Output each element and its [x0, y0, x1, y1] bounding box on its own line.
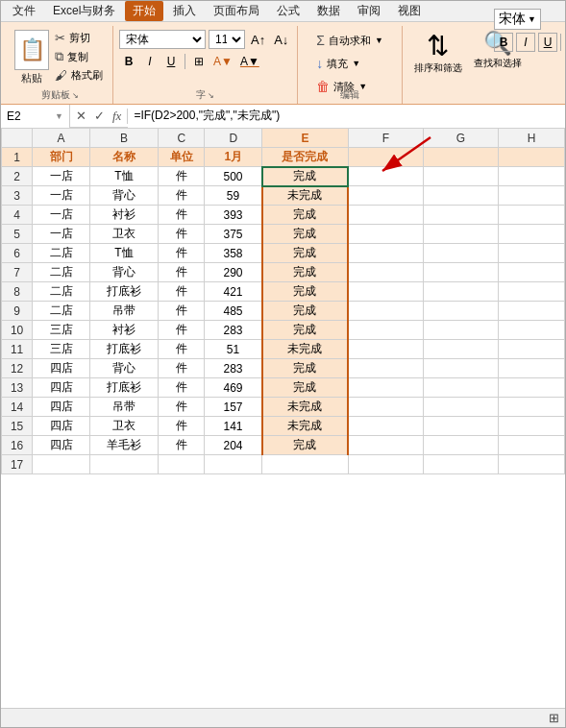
cell-13-A[interactable]: 四店	[33, 378, 90, 398]
cut-button[interactable]: ✂ 剪切	[53, 30, 105, 46]
fill-dropdown[interactable]: ▼	[352, 59, 360, 68]
menu-item-页面布局[interactable]: 页面布局	[206, 1, 267, 21]
cell-10-D[interactable]: 283	[205, 321, 262, 340]
font-color-button[interactable]: A▼	[237, 52, 262, 71]
cell-2-G[interactable]	[423, 167, 498, 186]
cell-9-G[interactable]	[423, 302, 498, 321]
cell-12-F[interactable]	[348, 359, 423, 378]
cell-16-B[interactable]: 羊毛衫	[89, 436, 158, 455]
bold-button[interactable]: B	[119, 52, 138, 71]
expand-icon[interactable]: ↘	[72, 91, 79, 100]
cell-5-H[interactable]	[498, 225, 564, 244]
cell-4-G[interactable]	[423, 206, 498, 225]
cell-9-F[interactable]	[348, 302, 423, 321]
cell-13-H[interactable]	[498, 378, 564, 398]
cell-9-E[interactable]: 完成	[262, 302, 349, 321]
menu-item-文件[interactable]: 文件	[5, 1, 43, 21]
bold-btn2[interactable]: B	[494, 33, 513, 52]
cell-3-A[interactable]: 一店	[33, 186, 90, 206]
cell-3-D[interactable]: 59	[205, 186, 262, 206]
cell-13-G[interactable]	[423, 378, 498, 398]
cell-5-G[interactable]	[423, 225, 498, 244]
cell-2-E[interactable]: 完成	[262, 167, 349, 186]
cell-7-D[interactable]: 290	[205, 263, 262, 282]
confirm-formula-icon[interactable]: ✓	[92, 109, 107, 123]
cell-7-F[interactable]	[348, 263, 423, 282]
cell-2-F[interactable]	[348, 167, 423, 186]
cell-12-D[interactable]: 283	[205, 359, 262, 378]
cell-reference-box[interactable]: E2 ▼	[1, 105, 70, 128]
menu-item-视图[interactable]: 视图	[390, 1, 429, 21]
cell-11-D[interactable]: 51	[205, 340, 262, 359]
cell-3-C[interactable]: 件	[159, 186, 205, 206]
cell-15-B[interactable]: 卫衣	[89, 417, 158, 436]
cell-7-A[interactable]: 二店	[33, 263, 90, 282]
cell-6-A[interactable]: 二店	[33, 244, 90, 263]
cell-3-F[interactable]	[348, 186, 423, 206]
cell-10-G[interactable]	[423, 321, 498, 340]
cell-9-B[interactable]: 吊带	[89, 302, 158, 321]
paste-button[interactable]: 📋 粘贴	[14, 30, 49, 85]
cell-8-F[interactable]	[348, 282, 423, 302]
cell-9-A[interactable]: 二店	[33, 302, 90, 321]
cell-8-D[interactable]: 421	[205, 282, 262, 302]
cell-15-G[interactable]	[423, 417, 498, 436]
cell-12-B[interactable]: 背心	[89, 359, 158, 378]
cell-16-D[interactable]: 204	[205, 436, 262, 455]
font-name-select[interactable]: 宋体	[119, 30, 206, 49]
cell-1-C[interactable]: 单位	[159, 148, 205, 167]
cell-1-B[interactable]: 名称	[89, 148, 158, 167]
cell-5-A[interactable]: 一店	[33, 225, 90, 244]
cell-4-B[interactable]: 衬衫	[89, 206, 158, 225]
cell-6-C[interactable]: 件	[159, 244, 205, 263]
cell-10-E[interactable]: 完成	[262, 321, 349, 340]
cell-14-B[interactable]: 吊带	[89, 398, 158, 417]
cell-6-G[interactable]	[423, 244, 498, 263]
cell-10-F[interactable]	[348, 321, 423, 340]
cell-17-G[interactable]	[423, 455, 498, 474]
cell-3-H[interactable]	[498, 186, 564, 206]
cell-8-E[interactable]: 完成	[262, 282, 349, 302]
cell-15-C[interactable]: 件	[159, 417, 205, 436]
cell-2-H[interactable]	[498, 167, 564, 186]
cell-1-E[interactable]: 是否完成	[262, 148, 349, 167]
cell-1-D[interactable]: 1月	[205, 148, 262, 167]
cell-16-G[interactable]	[423, 436, 498, 455]
cell-13-F[interactable]	[348, 378, 423, 398]
cell-4-C[interactable]: 件	[159, 206, 205, 225]
cell-3-E[interactable]: 未完成	[262, 186, 349, 206]
cell-9-D[interactable]: 485	[205, 302, 262, 321]
cell-15-H[interactable]	[498, 417, 564, 436]
cell-14-E[interactable]: 未完成	[262, 398, 349, 417]
cell-14-A[interactable]: 四店	[33, 398, 90, 417]
cell-14-D[interactable]: 157	[205, 398, 262, 417]
cell-6-D[interactable]: 358	[205, 244, 262, 263]
copy-button[interactable]: ⧉ 复制	[53, 48, 105, 65]
autosum-dropdown[interactable]: ▼	[375, 36, 383, 45]
font-expand-icon[interactable]: ↘	[208, 91, 214, 100]
cell-11-G[interactable]	[423, 340, 498, 359]
cell-17-D[interactable]	[205, 455, 262, 474]
increase-font-button[interactable]: A↑	[248, 30, 268, 49]
cell-13-D[interactable]: 469	[205, 378, 262, 398]
cell-4-F[interactable]	[348, 206, 423, 225]
italic-btn2[interactable]: I	[516, 33, 535, 52]
cell-1-A[interactable]: 部门	[33, 148, 90, 167]
cell-11-A[interactable]: 三店	[33, 340, 90, 359]
cell-10-H[interactable]	[498, 321, 564, 340]
cell-6-H[interactable]	[498, 244, 564, 263]
cell-13-E[interactable]: 完成	[262, 378, 349, 398]
cell-11-C[interactable]: 件	[159, 340, 205, 359]
cell-15-F[interactable]	[348, 417, 423, 436]
cell-11-B[interactable]: 打底衫	[89, 340, 158, 359]
cell-12-C[interactable]: 件	[159, 359, 205, 378]
cell-2-D[interactable]: 500	[205, 167, 262, 186]
menu-item-Excel与财务[interactable]: Excel与财务	[45, 1, 123, 21]
cell-13-C[interactable]: 件	[159, 378, 205, 398]
cell-3-G[interactable]	[423, 186, 498, 206]
cell-7-H[interactable]	[498, 263, 564, 282]
formula-input[interactable]	[128, 105, 565, 128]
italic-button[interactable]: I	[140, 52, 160, 71]
cell-17-F[interactable]	[348, 455, 423, 474]
decrease-font-button[interactable]: A↓	[271, 30, 291, 49]
